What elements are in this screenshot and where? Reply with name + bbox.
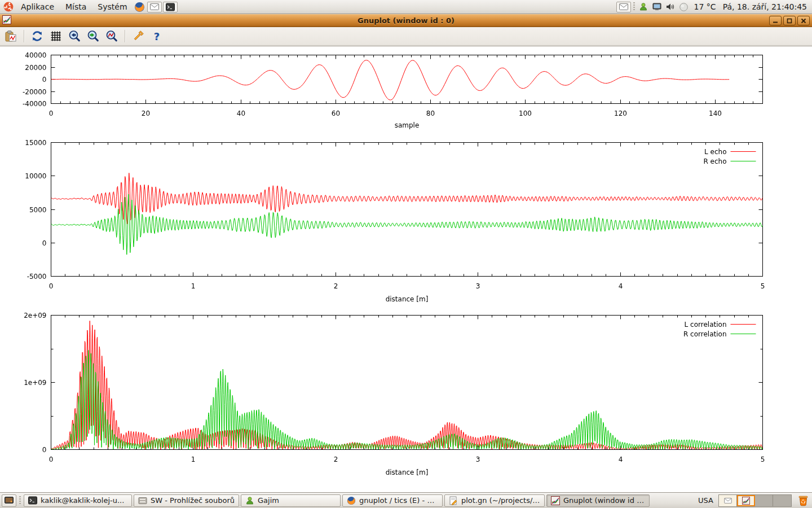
weather-icon[interactable]	[678, 1, 690, 12]
zoom-next-icon[interactable]	[86, 29, 100, 43]
trash-icon[interactable]	[796, 494, 810, 507]
terminal-icon[interactable]	[163, 2, 178, 12]
taskbar-button-label: Gnuplot (window id : 0)	[563, 496, 645, 505]
window-titlebar[interactable]: Gnuplot (window id : 0)	[0, 14, 812, 27]
workspace-switcher	[718, 494, 792, 507]
minimize-button[interactable]	[769, 16, 782, 25]
settings-wrench-icon[interactable]	[131, 29, 145, 43]
zoom-previous-icon[interactable]	[67, 29, 82, 43]
taskbar-button-label: kaklik@kaklik-kolej-u...	[41, 496, 124, 505]
bottom-taskbar: kaklik@kaklik-kolej-u... SW - Prohlížeč …	[0, 492, 812, 508]
taskbar-button-terminal[interactable]: kaklik@kaklik-kolej-u...	[24, 494, 132, 507]
taskbar-button-label: plot.gn (~/projects/p...	[461, 496, 540, 505]
taskbar-handle[interactable]	[19, 496, 21, 505]
show-desktop-button[interactable]	[2, 494, 16, 507]
maximize-button[interactable]	[783, 16, 796, 25]
taskbar-button-label: SW - Prohlížeč souborů	[151, 496, 235, 505]
gnuplot-canvas[interactable]	[0, 47, 812, 492]
mail-icon[interactable]	[147, 2, 162, 12]
help-icon[interactable]: ?	[149, 29, 164, 43]
copy-to-clipboard-icon[interactable]	[3, 29, 18, 43]
keyboard-layout-indicator[interactable]: USA	[695, 496, 717, 505]
toolbar-separator	[24, 30, 24, 42]
taskbar-button-firefox[interactable]: gnuplot / tics (E) - M...	[342, 494, 443, 507]
taskbar-button-gnuplot[interactable]: Gnuplot (window id : 0)	[546, 494, 650, 507]
taskbar-button-label: gnuplot / tics (E) - M...	[359, 496, 438, 505]
top-panel: Aplikace Místa Systém	[0, 0, 812, 14]
taskbar-button-label: Gajim	[258, 496, 279, 505]
temperature-applet[interactable]: 17 °C	[691, 2, 719, 11]
taskbar-button-gajim[interactable]: Gajim	[241, 494, 341, 507]
taskbar-button-text-editor[interactable]: plot.gn (~/projects/p...	[444, 494, 545, 507]
window-title: Gnuplot (window id : 0)	[0, 16, 812, 25]
toggle-grid-icon[interactable]	[48, 29, 63, 43]
replot-icon[interactable]	[30, 29, 45, 43]
workspace-2[interactable]	[737, 495, 755, 506]
workspace-4[interactable]	[773, 495, 791, 506]
gnuplot-toolbar: ?	[0, 27, 812, 46]
close-button[interactable]	[797, 16, 810, 25]
taskbar-button-file-manager[interactable]: SW - Prohlížeč souborů	[134, 494, 239, 507]
workspace-3[interactable]	[755, 495, 773, 506]
menu-places[interactable]: Místa	[60, 1, 91, 12]
clock-applet[interactable]: Pá, 18. září, 21:40:45	[720, 2, 810, 11]
user-presence-icon[interactable]	[638, 1, 649, 12]
menu-system[interactable]: Systém	[92, 1, 132, 12]
menu-applications[interactable]: Aplikace	[16, 1, 59, 12]
toolbar-separator	[125, 30, 125, 42]
volume-icon[interactable]	[665, 1, 676, 12]
firefox-icon[interactable]	[134, 1, 146, 13]
plot-area	[0, 47, 812, 492]
workspace-1[interactable]	[719, 495, 737, 506]
ubuntu-menu-icon[interactable]	[2, 1, 15, 13]
mail-notification-icon[interactable]	[616, 2, 631, 12]
autoscale-icon[interactable]	[104, 29, 119, 43]
display-icon[interactable]	[651, 1, 663, 12]
tray-handle[interactable]	[633, 2, 635, 11]
gnuplot-window: Gnuplot (window id : 0)	[0, 14, 812, 492]
